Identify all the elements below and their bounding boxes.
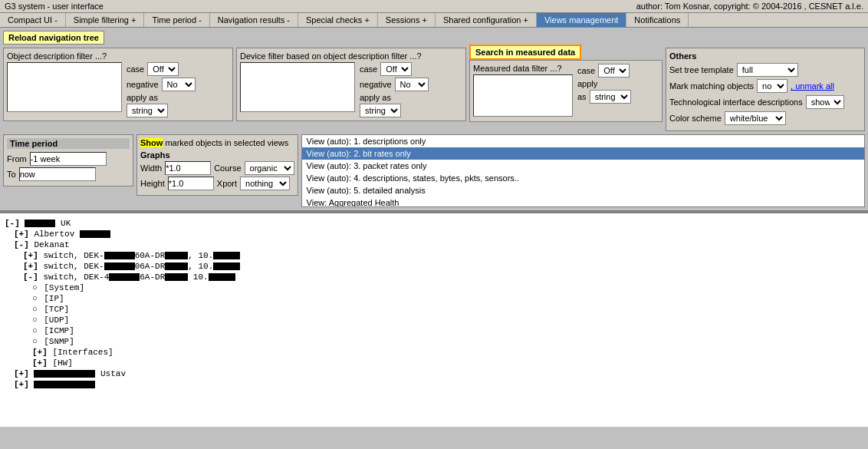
tree-node-switch2: [+] switch, DEK-06A-DR, 10. [5, 261, 863, 272]
hw-label: [HW] [52, 358, 72, 368]
obj-desc-input[interactable] [7, 62, 122, 112]
meas-case-select[interactable]: OffOn [598, 64, 630, 78]
width-input[interactable] [165, 161, 211, 175]
menu-views[interactable]: Views management [537, 13, 626, 27]
tree-node-tcp: ○ [TCP] [5, 304, 863, 315]
redacted-ustav [34, 370, 95, 378]
dev-negative-row: negative NoYes [360, 78, 429, 91]
obj-apply-row: apply as [127, 93, 196, 102]
menu-notifications[interactable]: Notifications [626, 13, 689, 27]
height-label: Height [140, 179, 165, 188]
obj-case-select[interactable]: OffOn [147, 62, 179, 76]
view-item-1[interactable]: View (auto): 1. descriptions only [302, 135, 864, 147]
menu-navresults[interactable]: Navigation results - [210, 13, 298, 27]
reload-btn[interactable]: Reload navigation tree [3, 31, 104, 45]
uk-label: UK [61, 219, 71, 228]
expand-albertov[interactable]: [+] [14, 229, 29, 239]
switch2-label: switch, DEK- [43, 262, 104, 271]
tree-template-select[interactable]: fullcompact [737, 63, 798, 77]
obj-negative-select[interactable]: NoYes [162, 78, 196, 91]
dev-case-select[interactable]: OffOn [380, 62, 412, 76]
expand-switch1[interactable]: [+] [23, 251, 38, 260]
title-right: author: Tom Kosnar, copyright: © 2004-20… [636, 2, 863, 11]
switch3-label: switch, DEK-4 [43, 272, 109, 282]
width-row: Width Course organiclinear [140, 161, 294, 175]
control-panel: Reload navigation tree Object descriptio… [0, 28, 868, 212]
view-item-4[interactable]: View (auto): 4. descriptions, states, by… [302, 172, 864, 184]
tree-node-ustav: [+] Ustav [5, 368, 863, 379]
course-select[interactable]: organiclinear [245, 161, 294, 175]
to-row: To [7, 167, 130, 181]
expand-last[interactable]: [+] [14, 380, 29, 389]
expand-interfaces[interactable]: [+] [32, 348, 48, 357]
radio-icmp: ○ [32, 326, 38, 335]
redacted-s3c [209, 273, 235, 281]
show-marked-label: Show marked objects in selected views [140, 138, 294, 147]
collapse-dekanat[interactable]: [-] [14, 240, 29, 249]
course-label: Course [214, 163, 241, 173]
view-item-3[interactable]: View (auto): 3. packet rates only [302, 160, 864, 172]
switch1-mid: 60A-DR [135, 251, 166, 260]
to-input[interactable] [19, 167, 96, 181]
redacted-s3b [165, 273, 188, 281]
height-input[interactable] [168, 177, 214, 190]
dev-filter-box: Device filter based on object descriptio… [236, 48, 466, 121]
tree-node-ip: ○ [IP] [5, 293, 863, 304]
menu-shared[interactable]: Shared configuration + [436, 13, 537, 27]
dev-apply-label: apply as [360, 93, 391, 102]
control-row2: Time period From To Show marked objects … [3, 134, 865, 207]
time-period-box: Time period From To [3, 134, 133, 187]
color-scheme-select[interactable]: white/bluedefault [725, 111, 786, 125]
meas-apply-label: apply [577, 79, 597, 88]
menu-timeperiod[interactable]: Time period - [144, 13, 209, 27]
tcp-label: [TCP] [44, 305, 69, 314]
menu-simple[interactable]: Simple filtering + [66, 13, 145, 27]
tech-interface-select[interactable]: showhide [806, 95, 844, 109]
xport-select[interactable]: nothingfull [240, 177, 290, 190]
redacted-s2c [213, 262, 240, 270]
meas-apply-row: apply [577, 79, 631, 88]
mark-matching-select[interactable]: noyes [757, 79, 787, 93]
tree-node-albertov: [+] Albertov [5, 229, 863, 239]
obj-string-select[interactable]: stringregex [127, 104, 168, 117]
expand-hw[interactable]: [+] [32, 358, 48, 368]
view-item-2[interactable]: View (auto): 2. bit rates only [302, 147, 864, 160]
color-scheme-row: Color scheme white/bluedefault [669, 111, 861, 125]
menu-sessions[interactable]: Sessions + [378, 13, 436, 27]
others-section: Others Set tree template fullcompact Mar… [666, 48, 865, 131]
tree-node-uk: [-] UK [5, 218, 863, 229]
redacted-uk [25, 220, 55, 227]
dev-string-select[interactable]: stringregex [360, 104, 401, 117]
measured-filter-input[interactable] [473, 74, 573, 117]
udp-label: [UDP] [44, 315, 69, 325]
expand-switch2[interactable]: [+] [23, 262, 38, 271]
from-input[interactable] [30, 152, 107, 166]
switch1-label: switch, DEK- [43, 251, 104, 260]
tree-node-last: [+] [5, 379, 863, 390]
menu-special[interactable]: Special checks + [298, 13, 378, 27]
radio-ip: ○ [32, 294, 38, 303]
show-marked-text: marked objects in selected views [165, 138, 288, 147]
dev-filter-input[interactable] [240, 62, 355, 112]
menu-compact[interactable]: Compact UI - [0, 13, 66, 27]
dev-filter-label: Device filter based on object descriptio… [240, 51, 462, 61]
tree-node-snmp: ○ [SNMP] [5, 336, 863, 347]
obj-negative-label: negative [127, 80, 159, 89]
system-label: [System] [44, 283, 84, 292]
tree-node-udp: ○ [UDP] [5, 315, 863, 325]
albertov-label: Albertov [34, 229, 74, 239]
collapse-switch3[interactable]: [-] [23, 272, 38, 282]
obj-negative-row: negative NoYes [127, 78, 196, 91]
meas-string-select[interactable]: stringregex [590, 90, 631, 104]
radio-udp: ○ [32, 315, 38, 325]
view-item-6[interactable]: View: Aggregated Health [302, 196, 864, 207]
tree-node-interfaces: [+] [Interfaces] [5, 347, 863, 358]
expand-ustav[interactable]: [+] [14, 369, 29, 378]
dev-negative-select[interactable]: NoYes [395, 78, 429, 91]
view-item-5[interactable]: View (auto): 5. detailed analysis [302, 184, 864, 196]
height-row: Height Xport nothingfull [140, 177, 294, 190]
unmark-all-link[interactable]: , unmark all [791, 81, 834, 91]
collapse-uk[interactable]: [-] [5, 219, 20, 228]
tree-node-hw: [+] [HW] [5, 358, 863, 368]
redacted-last [34, 381, 95, 388]
